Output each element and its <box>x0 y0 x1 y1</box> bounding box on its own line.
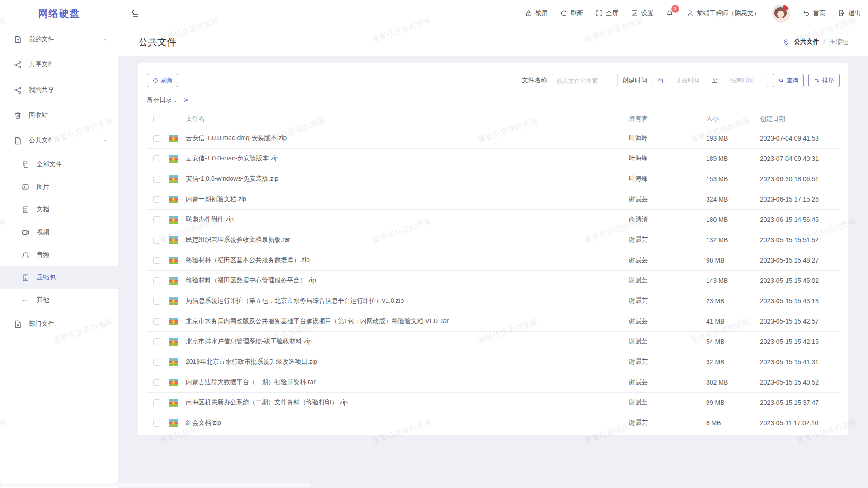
table-row[interactable]: 内蒙一期初验文档.zip谢晨芸324 MB2023-06-15 17:15:26 <box>147 189 840 210</box>
file-name[interactable]: 北京市排水户信息管理系统-竣工验收材料.zip <box>186 338 629 346</box>
file-name[interactable]: 终验材料（福田区基本公共服务数据库）.zip <box>186 256 629 264</box>
sidebar-item-shared-files[interactable]: 共享文件 <box>0 52 118 77</box>
sort-button[interactable]: 排序 <box>808 74 840 87</box>
zip-file-icon <box>169 256 178 265</box>
sidebar: 网络硬盘 我的文件共享文件我的共享回收站公共文件全部文件图片文档视频音频压缩包其… <box>0 0 118 488</box>
sidebar-item-videos[interactable]: 视频 <box>0 221 118 244</box>
directory-root-arrow[interactable]: > <box>184 96 188 103</box>
table-row[interactable]: 民建组织管理系统验收文档最新版.rar谢晨芸132 MB2023-05-15 1… <box>147 230 840 250</box>
table-row[interactable]: 终验材料（福田区基本公共服务数据库）.zip谢晨芸98 MB2023-05-15… <box>147 250 840 271</box>
row-checkbox[interactable] <box>153 257 160 264</box>
row-checkbox[interactable] <box>153 216 160 223</box>
breadcrumb-root[interactable]: 公共文件 <box>794 38 819 46</box>
horizontal-scrollbar[interactable] <box>0 483 312 487</box>
start-time-placeholder[interactable]: 开始时间 <box>666 76 709 84</box>
table-row[interactable]: 联盟办件附件.zip商清清180 MB2023-06-15 14:56:45 <box>147 210 840 230</box>
sidebar-item-public-files[interactable]: 公共文件 <box>0 128 118 153</box>
file-name[interactable]: 红会文档.zip <box>186 419 629 427</box>
sidebar-item-audio[interactable]: 音频 <box>0 244 118 266</box>
table-row[interactable]: 局信息系统运行维护（第五包：北京市水务局综合信息平台运行维护）v1.0.zip谢… <box>147 291 840 311</box>
row-checkbox[interactable] <box>153 359 160 366</box>
doc-icon <box>21 206 30 214</box>
row-checkbox[interactable] <box>153 196 160 203</box>
settings-button[interactable]: 设置 <box>631 9 654 18</box>
row-checkbox[interactable] <box>153 318 160 325</box>
file-name[interactable]: 北京市水务局内网改版及公共服务基础平台建设项目（第1包：内网改版）终验验文档-v… <box>186 317 629 325</box>
zip-file-icon <box>169 174 178 184</box>
row-checkbox[interactable] <box>153 155 160 162</box>
fullscreen-button[interactable]: 全屏 <box>595 9 618 18</box>
file-name[interactable]: 云安信-1.0.0-mac-dmg-安装版本.zip <box>186 134 629 142</box>
filename-search-input[interactable] <box>552 74 618 87</box>
file-name[interactable]: 2019年北京市水行政审批系统升级改造项目.zip <box>186 358 629 366</box>
select-all-checkbox[interactable] <box>153 116 160 122</box>
file-name[interactable]: 局信息系统运行维护（第五包：北京市水务局综合信息平台运行维护）v1.0.zip <box>186 297 629 305</box>
file-date: 2023-05-15 15:41:31 <box>760 358 840 366</box>
file-name[interactable]: 联盟办件附件.zip <box>186 216 629 224</box>
date-range-picker[interactable]: 开始时间 至 结束时间 <box>652 74 768 87</box>
end-time-placeholder[interactable]: 结束时间 <box>721 76 764 84</box>
row-checkbox[interactable] <box>153 176 160 183</box>
row-checkbox[interactable] <box>153 237 160 244</box>
row-checkbox[interactable] <box>153 379 160 386</box>
sidebar-item-label: 文档 <box>37 206 49 214</box>
current-directory-label: 所在目录： <box>147 96 179 104</box>
user-menu[interactable]: 前端工程师（陈思文） <box>686 9 760 18</box>
notifications-button[interactable]: 3 <box>666 9 674 18</box>
file-name[interactable]: 南海区机关新办公系统（二期）文件资料（终验打印）.zip <box>186 399 629 407</box>
table-row[interactable]: 云安信-1.0.0-mac-免安装版本.zip叶海峰189 MB2023-07-… <box>147 149 840 169</box>
avatar[interactable] <box>772 5 790 23</box>
sidebar-item-label: 回收站 <box>29 111 48 119</box>
row-checkbox[interactable] <box>153 399 160 406</box>
table-row[interactable]: 云安信-1.0.0-mac-dmg-安装版本.zip叶海峰193 MB2023-… <box>147 128 840 149</box>
table-row[interactable]: 北京市排水户信息管理系统-竣工验收材料.zip谢晨芸54 MB2023-05-1… <box>147 332 840 352</box>
sidebar-item-my-shares[interactable]: 我的共享 <box>0 77 118 103</box>
home-button[interactable]: 首页 <box>802 9 826 18</box>
file-date: 2023-05-15 15:51:52 <box>760 236 840 244</box>
sidebar-collapse-icon[interactable] <box>130 9 140 18</box>
table-row[interactable]: 南海区机关新办公系统（二期）文件资料（终验打印）.zip谢晨芸99 MB2023… <box>147 393 840 413</box>
sidebar-item-archives[interactable]: 压缩包 <box>0 266 118 289</box>
row-checkbox[interactable] <box>153 338 160 345</box>
file-name[interactable]: 云安信-1.0.0-mac-免安装版本.zip <box>186 155 629 163</box>
file-name[interactable]: 内蒙一期初验文档.zip <box>186 195 629 203</box>
row-checkbox[interactable] <box>153 298 160 305</box>
sidebar-item-documents[interactable]: 文档 <box>0 198 118 221</box>
topbar: 锁屏 刷新 全屏 设置 <box>118 0 868 27</box>
file-owner: 谢晨芸 <box>629 236 706 244</box>
refresh-label: 刷新 <box>571 9 583 18</box>
avatar-bow <box>783 5 789 10</box>
row-checkbox[interactable] <box>153 135 160 142</box>
table-row[interactable]: 安信-1.0.0-windows-免安装版.zip叶海峰153 MB2023-0… <box>147 169 840 189</box>
sidebar-item-label: 全部文件 <box>37 160 62 169</box>
query-button[interactable]: 查询 <box>773 74 804 87</box>
file-name[interactable]: 内蒙古法院大数据平台（二期）初验前资料.rar <box>186 378 629 386</box>
file-name[interactable]: 安信-1.0.0-windows-免安装版.zip <box>186 175 629 183</box>
row-checkbox[interactable] <box>153 420 160 427</box>
row-checkbox[interactable] <box>153 277 160 284</box>
table-row[interactable]: 北京市水务局内网改版及公共服务基础平台建设项目（第1包：内网改版）终验验文档-v… <box>147 311 840 332</box>
file-size: 324 MB <box>706 196 760 203</box>
sidebar-item-label: 音频 <box>37 251 49 259</box>
sidebar-item-others[interactable]: 其他 <box>0 289 118 311</box>
refresh-button[interactable]: 刷新 <box>560 9 583 18</box>
table-row[interactable]: 内蒙古法院大数据平台（二期）初验前资料.rar谢晨芸302 MB2023-05-… <box>147 372 840 393</box>
zip-file-icon <box>169 276 178 286</box>
file-icon <box>14 35 22 44</box>
file-date: 2023-05-15 15:42:15 <box>760 338 840 345</box>
sidebar-item-department-files[interactable]: 部门文件 <box>0 311 118 337</box>
table-row[interactable]: 红会文档.zip谢晨芸8 MB2023-05-11 17:02:10 <box>147 413 840 433</box>
logout-button[interactable]: 退出 <box>838 9 861 18</box>
file-name[interactable]: 终验材料（福田区数据中心管理服务平台）.zip <box>186 277 629 285</box>
sidebar-item-my-files[interactable]: 我的文件 <box>0 27 118 52</box>
list-refresh-button[interactable]: 刷新 <box>147 74 178 87</box>
table-row[interactable]: 终验材料（福田区数据中心管理服务平台）.zip谢晨芸143 MB2023-05-… <box>147 271 840 291</box>
sidebar-item-images[interactable]: 图片 <box>0 176 118 198</box>
table-row[interactable]: 2019年北京市水行政审批系统升级改造项目.zip谢晨芸32 MB2023-05… <box>147 352 840 372</box>
file-name[interactable]: 民建组织管理系统验收文档最新版.rar <box>186 236 629 244</box>
sidebar-item-recycle-bin[interactable]: 回收站 <box>0 103 118 128</box>
file-size: 132 MB <box>706 236 760 244</box>
sidebar-item-all-files[interactable]: 全部文件 <box>0 153 118 176</box>
lock-screen-button[interactable]: 锁屏 <box>525 9 548 18</box>
zip-file-icon <box>169 378 178 387</box>
